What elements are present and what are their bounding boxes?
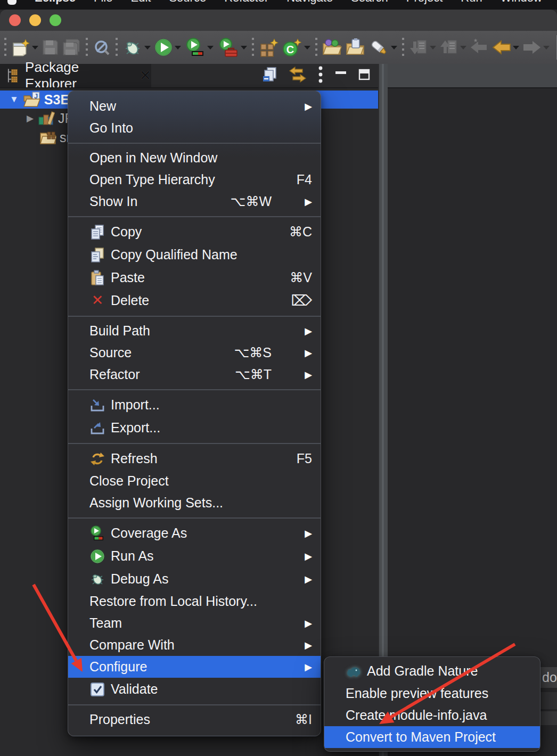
toolbar-separator	[315, 38, 317, 57]
back-dropdown[interactable]	[513, 46, 519, 50]
collapse-caret-icon[interactable]: ▶	[27, 113, 34, 124]
menu-item-go-into[interactable]: Go Into	[68, 117, 321, 139]
new-class-dropdown[interactable]	[304, 46, 310, 50]
menu-item-configure[interactable]: Configure▶	[68, 656, 321, 678]
menu-item-new[interactable]: New▶	[68, 95, 321, 117]
menu-item-label: Configure	[89, 659, 147, 675]
coverage-dropdown[interactable]	[207, 46, 214, 50]
menu-item-compare-with[interactable]: Compare With▶	[68, 634, 321, 656]
external-tools-icon	[217, 37, 239, 57]
save-button[interactable]	[40, 35, 60, 60]
menu-item-label: Compare With	[89, 637, 175, 653]
menu-item-debug-as[interactable]: Debug As▶	[68, 568, 321, 590]
next-annotation-dropdown[interactable]	[430, 46, 436, 50]
menu-item-assign-working-sets[interactable]: Assign Working Sets...	[68, 492, 321, 514]
menu-item-close-project[interactable]: Close Project	[68, 470, 321, 492]
menubar-item-file[interactable]: File	[94, 0, 112, 5]
menu-item-properties[interactable]: Properties⌘I	[68, 709, 321, 730]
link-with-editor-button[interactable]	[289, 66, 307, 85]
save-all-button[interactable]	[60, 35, 83, 60]
menubar-item-search[interactable]: Search	[351, 0, 388, 5]
menu-item-copy-qualified-name[interactable]: Copy Qualified Name	[68, 243, 321, 266]
package-explorer-header: Package Explorer ✕	[0, 64, 378, 87]
open-type-button[interactable]	[321, 35, 344, 60]
external-tools-dropdown[interactable]	[241, 46, 247, 50]
menubar-item-source[interactable]: Source	[169, 0, 206, 5]
previous-annotation-dropdown[interactable]	[460, 46, 466, 50]
submenu-item-convert-to-maven-project[interactable]: Convert to Maven Project	[324, 726, 540, 748]
menubar-item-refactor[interactable]: Refactor	[224, 0, 268, 5]
new-java-class-icon: C	[282, 38, 302, 57]
menu-item-coverage-as[interactable]: Coverage As▶	[68, 522, 321, 545]
debug-button[interactable]	[121, 35, 152, 60]
tab-close-icon[interactable]: ✕	[139, 67, 151, 84]
previous-annotation-button[interactable]	[438, 35, 468, 60]
menubar-item-project[interactable]: Project	[406, 0, 443, 5]
menu-item-label: Restore from Local History...	[89, 594, 257, 609]
new-java-class-button[interactable]: C	[281, 35, 312, 60]
editor-area[interactable]	[387, 88, 557, 756]
open-task-button[interactable]	[344, 35, 366, 60]
menu-item-validate[interactable]: Validate	[68, 678, 321, 701]
menubar-item-run[interactable]: Run	[461, 0, 482, 5]
panel-sash[interactable]	[378, 64, 388, 756]
submenu-item-add-gradle-nature[interactable]: Add Gradle Nature	[324, 660, 540, 683]
menu-item-import[interactable]: Import...	[68, 393, 321, 416]
expand-caret-icon[interactable]: ▼	[10, 94, 19, 105]
maximize-view-button[interactable]	[358, 68, 371, 83]
view-menu-button[interactable]	[317, 65, 324, 86]
paste-icon	[89, 270, 105, 286]
toolbar-drag-handle[interactable]	[4, 38, 6, 57]
debug-dropdown[interactable]	[144, 46, 151, 50]
forward-dropdown[interactable]	[543, 46, 550, 50]
close-window-button[interactable]	[9, 14, 21, 26]
menubar-item-app[interactable]: Eclipse	[35, 0, 76, 5]
menubar-item-navigate[interactable]: Navigate	[286, 0, 333, 5]
search-marker-dropdown[interactable]	[391, 46, 397, 50]
new-java-project-button[interactable]	[257, 35, 281, 60]
menu-item-delete[interactable]: ✕ Delete⌦	[68, 289, 321, 312]
menu-item-source[interactable]: Source⌥⌘S▶	[68, 342, 321, 364]
menu-item-show-in[interactable]: Show In⌥⌘W▶	[68, 191, 321, 212]
menu-item-restore-from-local-history[interactable]: Restore from Local History...	[68, 590, 321, 612]
menubar-item-window[interactable]: Window	[501, 0, 542, 5]
menu-item-copy[interactable]: Copy⌘C	[68, 220, 321, 243]
run-external-tools-button[interactable]	[215, 35, 249, 60]
menu-item-accel: ⌥⌘S	[234, 345, 272, 360]
skip-all-breakpoints-button[interactable]	[91, 35, 112, 60]
menu-item-team[interactable]: Team▶	[68, 612, 321, 634]
search-marker-button[interactable]	[366, 35, 399, 60]
coverage-button[interactable]	[183, 35, 215, 60]
submenu-item-create-module-info[interactable]: Create module-info.java	[324, 704, 540, 726]
menu-item-label: Copy	[111, 224, 142, 240]
minimize-view-button[interactable]	[334, 68, 347, 83]
back-button[interactable]	[490, 35, 521, 60]
refresh-icon	[89, 451, 105, 467]
menu-item-open-type-hierarchy[interactable]: Open Type HierarchyF4	[68, 169, 321, 191]
collapse-all-button[interactable]	[262, 67, 278, 85]
forward-button[interactable]	[521, 35, 551, 60]
menu-item-accel: ⌥⌘W	[231, 194, 272, 209]
menu-item-run-as[interactable]: Run As▶	[68, 545, 321, 568]
menu-item-refresh[interactable]: RefreshF5	[68, 447, 321, 470]
menu-item-refactor[interactable]: Refactor⌥⌘T▶	[68, 364, 321, 385]
next-annotation-button[interactable]	[407, 35, 438, 60]
menu-item-export[interactable]: Export...	[68, 416, 321, 439]
new-wizard-dropdown[interactable]	[32, 46, 38, 50]
minimize-window-button[interactable]	[29, 14, 41, 26]
tab-package-explorer[interactable]: Package Explorer ✕	[0, 64, 151, 87]
menubar-item-edit[interactable]: Edit	[131, 0, 151, 5]
menu-item-build-path[interactable]: Build Path▶	[68, 320, 321, 342]
menu-item-label: Go Into	[89, 120, 133, 136]
submenu-item-enable-preview-features[interactable]: Enable preview features	[324, 683, 540, 704]
last-edit-location-button[interactable]: *	[468, 35, 490, 60]
run-button[interactable]	[152, 35, 183, 60]
new-wizard-button[interactable]	[10, 35, 40, 60]
menu-separator	[68, 312, 321, 320]
zoom-window-button[interactable]	[50, 14, 61, 26]
menu-item-open-in-new-window[interactable]: Open in New Window	[68, 147, 321, 169]
apple-logo-icon[interactable]	[7, 0, 17, 5]
menu-item-paste[interactable]: Paste⌘V	[68, 266, 321, 289]
run-dropdown[interactable]	[175, 46, 181, 50]
last-edit-location-icon: *	[470, 39, 489, 56]
